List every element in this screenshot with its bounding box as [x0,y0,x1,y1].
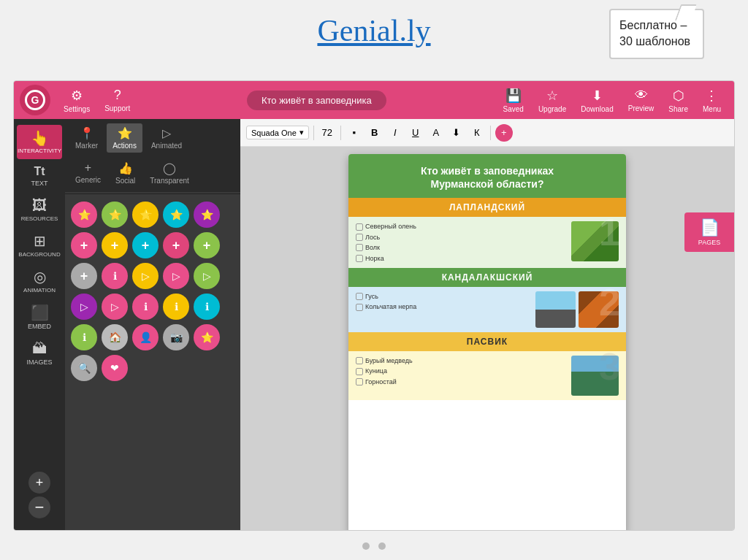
sidebar-item-resources[interactable]: 🖼 RESOURCES [17,193,62,226]
dot-left [362,542,370,550]
tab-animated[interactable]: ▷ Animated [145,123,188,153]
saved-button[interactable]: 💾 Saved [496,85,531,116]
preview-button[interactable]: 👁 Preview [621,85,662,115]
canvas-inner: Кто живёт в заповедникахМурманской облас… [240,147,734,530]
icon-item[interactable]: ⭐ [71,202,97,228]
resources-icon: 🖼 [32,197,47,214]
right-area: Squada One ▾ 72 ▪ B I U A ⬇ К + [240,119,734,530]
tab-social[interactable]: 👍 Social [110,158,141,188]
sidebar-item-text[interactable]: Tt TEXT [17,161,62,191]
upgrade-button[interactable]: ☆ Upgrade [531,85,573,116]
tab-marker[interactable]: 📍 Marker [69,123,104,153]
laplandsky-banner: ЛАПЛАНДСКИЙ [348,198,626,217]
icon-item[interactable]: + [71,232,97,258]
tab-generic[interactable]: + Generic [69,158,107,188]
toolbar-right: 💾 Saved ☆ Upgrade ⬇ Download 👁 Preview ⬡… [496,85,728,116]
dropdown-arrow-icon: ▾ [299,128,304,137]
interactivity-icon: 👆 [31,129,49,147]
font-size-field[interactable]: 72 [318,124,336,142]
icon-item[interactable]: + [71,263,97,289]
highlight-button[interactable]: ⬇ [448,124,465,142]
remove-button[interactable]: − [28,496,50,518]
icon-item[interactable]: ⭐ [102,202,128,228]
top-toolbar: G ⚙ Settings ? Support Кто живёт в запов… [14,81,734,119]
icon-item[interactable]: ▷ [163,263,189,289]
icon-item[interactable]: ⭐ [132,202,159,228]
add-button[interactable]: + [28,472,50,494]
icon-item[interactable]: 🔍 [71,355,97,381]
tab-actions[interactable]: ⭐ Actions [107,123,142,153]
underline-button[interactable]: U [407,124,424,142]
icon-item[interactable]: ▷ [132,263,159,289]
sidebar-item-background[interactable]: ⊞ BACKGROUND [17,228,62,262]
scroll-badge: Бесплатно – 30 шаблонов [609,9,704,59]
icon-item[interactable]: ⭐ [194,202,220,228]
sidebar-plus-area: + − [28,472,50,524]
add-element-button[interactable]: + [495,124,513,142]
icon-item[interactable]: 👤 [132,324,159,350]
icon-item[interactable]: ℹ [163,294,189,320]
icon-item[interactable]: ❤ [102,355,128,381]
images-icon: 🏔 [32,340,47,357]
icon-item[interactable]: 🏠 [102,324,128,350]
section-kandalaksha: КАНДАЛАКШСКИЙ 2 Гусь Кольчатая нерпа [348,268,626,332]
icon-item[interactable]: ▷ [194,263,220,289]
icon-item[interactable]: ⭐ [194,324,220,350]
pages-panel[interactable]: 📄 PAGES [684,212,734,252]
separator [340,126,341,140]
separator [490,126,491,140]
cyrillic-button[interactable]: К [468,124,486,142]
sidebar-item-animation[interactable]: ◎ ANIMATION [17,264,62,298]
icon-item[interactable]: ▷ [102,294,128,320]
icon-item[interactable]: + [132,232,159,258]
presentation-slide: Кто живёт в заповедникахМурманской облас… [348,154,626,530]
italic-button[interactable]: I [386,124,404,142]
icon-item[interactable]: ▷ [71,294,97,320]
sidebar-item-embed[interactable]: ⬛ EMBED [17,299,62,334]
font-selector[interactable]: Squada One ▾ [246,126,309,139]
settings-button[interactable]: ⚙ Settings [56,85,97,116]
icon-item[interactable]: ℹ [194,294,220,320]
support-icon: ? [114,88,121,103]
interactivity-tabs: 📍 Marker ⭐ Actions ▷ Animated [65,119,240,157]
preview-icon: 👁 [635,88,648,103]
actions-icon: ⭐ [118,126,132,140]
main-title[interactable]: Genial.ly [317,14,430,47]
icon-item[interactable]: ℹ [71,324,97,350]
menu-button[interactable]: ⋮ Menu [695,85,728,116]
icon-item[interactable]: + [102,232,128,258]
icon-item[interactable]: 📷 [163,324,189,350]
square-icon[interactable]: ▪ [346,124,363,142]
section-number-2: 2 [599,283,620,321]
icon-item[interactable]: ⭐ [163,202,189,228]
section-number-3: 3 [599,348,620,386]
download-icon: ⬇ [592,88,603,104]
icon-item[interactable]: + [163,232,189,258]
icon-item[interactable]: ℹ [132,294,159,320]
color-button[interactable]: A [427,124,445,142]
project-title[interactable]: Кто живёт в заповедника [247,91,386,110]
interactivity-tabs-2: + Generic 👍 Social ◯ Transparent [65,157,240,192]
bottom-dots [362,542,386,550]
share-button[interactable]: ⬡ Share [661,85,695,116]
pages-icon: 📄 [700,218,720,237]
bold-button[interactable]: B [366,124,383,142]
support-button[interactable]: ? Support [97,85,137,115]
middle-panel: 📍 Marker ⭐ Actions ▷ Animated + Generic [65,119,240,530]
upgrade-icon: ☆ [546,88,558,104]
icon-item[interactable]: + [194,232,220,258]
dot-right [378,542,386,550]
download-button[interactable]: ⬇ Download [573,85,620,116]
marker-icon: 📍 [80,126,94,140]
icon-item[interactable]: ℹ [102,263,128,289]
sidebar-item-interactivity[interactable]: 👆 INTERACTIVITY [17,125,62,159]
embed-icon: ⬛ [31,304,49,321]
tab-transparent[interactable]: ◯ Transparent [144,158,195,188]
transparent-icon: ◯ [163,161,176,175]
content-area: 👆 INTERACTIVITY Tt TEXT 🖼 RESOURCES ⊞ BA… [14,119,734,530]
saved-icon: 💾 [505,88,522,104]
sidebar-item-images[interactable]: 🏔 IMAGES [17,336,62,370]
logo-button[interactable]: G [20,85,50,115]
logo-icon: G [25,90,45,110]
main-canvas: Кто живёт в заповедникахМурманской облас… [240,147,734,530]
